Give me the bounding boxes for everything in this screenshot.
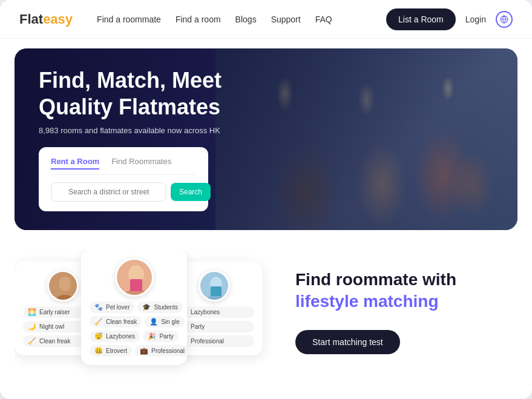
nav-faq[interactable]: FAQ <box>315 15 332 24</box>
globe-icon[interactable] <box>496 11 513 28</box>
search-input[interactable] <box>51 182 166 202</box>
logo-flat: Flat <box>19 12 43 27</box>
nav-links: Find a roommate Find a room Blogs Suppor… <box>97 15 367 24</box>
nav-right: List a Room Login <box>386 8 513 30</box>
tag-party-center: 🎉 Party <box>143 331 178 342</box>
navbar: Flateasy Find a roommate Find a room Blo… <box>0 0 532 39</box>
avatar-right <box>199 270 230 302</box>
tag-icon: 😴 <box>94 332 103 340</box>
start-matching-test-button[interactable]: Start matching test <box>295 330 400 354</box>
tag-icon: 🐾 <box>94 303 103 311</box>
tag-lazybones-center: 😴 Lazybones <box>90 331 140 342</box>
hero-section: Find, Match, Meet Quality Flatmates 8,98… <box>15 48 517 230</box>
tag-icon: 🌅 <box>28 308 36 316</box>
search-card: Rent a Room Find Roommates Search <box>39 147 208 211</box>
tag-icon: 🎓 <box>142 303 151 311</box>
tag-icon: 💼 <box>140 347 148 355</box>
bottom-section: 🌅 Early raiser 🌙 Night owl 🧹 Clean freak <box>0 240 532 392</box>
tab-find-roommates[interactable]: Find Roommates <box>111 157 171 170</box>
lifestyle-title: Find roommate with lifestyle matching <box>295 269 517 313</box>
nav-find-room[interactable]: Find a room <box>176 15 221 24</box>
tag-icon: 👤 <box>149 318 158 326</box>
tag-icon: 🧹 <box>28 337 36 345</box>
tag-professional-center: 💼 Professional <box>135 345 189 357</box>
tag-pet-lover: 🐾 Pet lover <box>90 302 134 313</box>
profile-cards-area: 🌅 Early raiser 🌙 Night owl 🧹 Clean freak <box>15 249 281 383</box>
tag-students: 🎓 Students <box>137 302 182 313</box>
search-button[interactable]: Search <box>171 183 211 201</box>
lifestyle-highlight: lifestyle matching <box>295 292 439 311</box>
logo[interactable]: Flateasy <box>19 12 73 27</box>
tag-icon: 🧹 <box>94 318 103 326</box>
app-container: Flateasy Find a roommate Find a room Blo… <box>0 0 532 399</box>
right-text-section: Find roommate with lifestyle matching St… <box>295 249 517 354</box>
profile-card-center: 🐾 Pet lover 🎓 Students 🧹 Clean freak <box>81 249 187 365</box>
search-input-wrap <box>51 182 166 202</box>
login-button[interactable]: Login <box>465 15 486 24</box>
tag-list-center: 🐾 Pet lover 🎓 Students 🧹 Clean freak <box>90 302 179 357</box>
nav-blogs[interactable]: Blogs <box>235 15 257 24</box>
search-input-row: Search <box>51 182 196 202</box>
tag-icon: 🤐 <box>94 347 103 355</box>
list-room-button[interactable]: List a Room <box>386 8 456 30</box>
hero-content: Find, Match, Meet Quality Flatmates 8,98… <box>15 48 291 230</box>
search-tabs: Rent a Room Find Roommates <box>51 157 196 175</box>
svg-point-5 <box>59 277 71 291</box>
svg-rect-10 <box>130 279 142 291</box>
logo-easy: easy <box>43 12 73 27</box>
tag-clean-freak-center: 🧹 Clean freak <box>90 316 142 328</box>
avatar-left <box>47 270 79 302</box>
hero-subtitle: 8,983 rooms and flatmates available now … <box>39 126 267 135</box>
nav-find-roommate[interactable]: Find a roommate <box>97 15 161 24</box>
avatar-center <box>115 258 154 297</box>
nav-support[interactable]: Support <box>271 15 301 24</box>
tag-single: 👤 Sin gle <box>145 316 185 328</box>
tab-rent-room[interactable]: Rent a Room <box>51 157 99 170</box>
tag-etrovert: 🤐 Etrovert <box>90 345 132 357</box>
svg-rect-14 <box>211 286 222 296</box>
tag-icon: 🎉 <box>148 332 156 340</box>
tag-icon: 🌙 <box>28 323 36 331</box>
hero-title: Find, Match, Meet Quality Flatmates <box>39 67 267 119</box>
